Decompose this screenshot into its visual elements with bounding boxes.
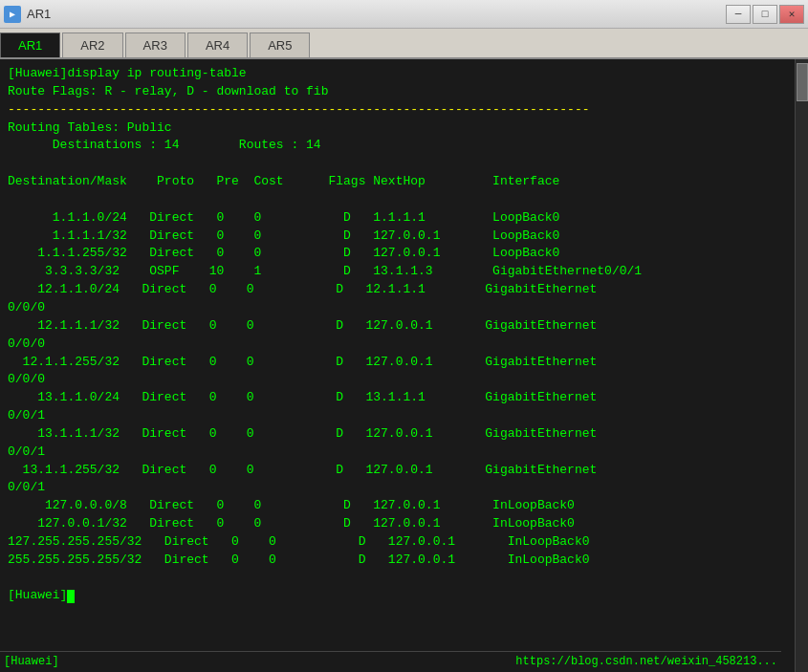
terminal-line-blank2 [8, 191, 787, 209]
terminal-wrapper: AR1 AR2 AR3 AR4 AR5 GE 0/0/0 GE 0/0/1 GE… [0, 59, 808, 672]
tab-ar2[interactable]: AR2 [62, 33, 122, 57]
terminal-line-r8b: 0/0/1 [8, 407, 787, 425]
tab-ar1[interactable]: AR1 [0, 33, 60, 57]
terminal-line-r2: 1.1.1.1/32 Direct 0 0 D 127.0.0.1 LoopBa… [8, 228, 787, 246]
terminal-line-r5: 12.1.1.0/24 Direct 0 0 D 12.1.1.1 Gigabi… [8, 281, 787, 299]
terminal-line-r14: 255.255.255.255/32 Direct 0 0 D 127.0.0.… [8, 552, 787, 570]
app-icon: ▶ [4, 6, 21, 23]
window-title: AR1 [27, 7, 51, 21]
terminal-line-r10: 13.1.1.255/32 Direct 0 0 D 127.0.0.1 Gig… [8, 462, 787, 480]
terminal-prompt: [Huawei] [8, 587, 67, 605]
terminal-line-1: [Huawei]display ip routing-table [8, 65, 787, 83]
terminal-line-r11: 127.0.0.0/8 Direct 0 0 D 127.0.0.1 InLoo… [8, 497, 787, 515]
close-button[interactable]: ✕ [779, 5, 804, 24]
terminal-line-r6: 12.1.1.1/32 Direct 0 0 D 127.0.0.1 Gigab… [8, 317, 787, 336]
status-prompt: [Huawei] [4, 654, 59, 670]
terminal-line-2: Route Flags: R - relay, D - download to … [8, 83, 787, 101]
tab-ar4[interactable]: AR4 [187, 33, 248, 57]
title-bar: ▶ AR1 ─ □ ✕ [0, 0, 808, 29]
terminal-line-r1: 1.1.1.0/24 Direct 0 0 D 1.1.1.1 LoopBack… [8, 209, 787, 228]
cursor [67, 590, 75, 603]
terminal-line-blank1 [8, 155, 787, 173]
terminal-prompt-line: [Huawei] [8, 587, 787, 605]
terminal-line-3: ----------------------------------------… [8, 101, 787, 119]
scrollbar[interactable] [795, 59, 808, 672]
title-bar-left: ▶ AR1 [4, 6, 51, 23]
maximize-button[interactable]: □ [753, 5, 777, 24]
terminal-line-r6b: 0/0/0 [8, 336, 787, 354]
tab-bar: AR1 AR2 AR3 AR4 AR5 [0, 29, 808, 59]
terminal-line-header: Destination/Mask Proto Pre Cost Flags Ne… [8, 173, 787, 191]
status-bar: [Huawei] https://blog.csdn.net/weixin_45… [0, 651, 781, 672]
scrollbar-thumb[interactable] [797, 63, 808, 101]
terminal-line-r13: 127.255.255.255/32 Direct 0 0 D 127.0.0.… [8, 533, 787, 552]
terminal-line-r9b: 0/0/1 [8, 444, 787, 462]
terminal-line-r7: 12.1.1.255/32 Direct 0 0 D 127.0.0.1 Gig… [8, 354, 787, 372]
tab-ar3[interactable]: AR3 [125, 33, 186, 57]
terminal-blank3 [8, 570, 787, 588]
minimize-button[interactable]: ─ [726, 5, 751, 24]
terminal-line-r4: 3.3.3.3/32 OSPF 10 1 D 13.1.1.3 GigabitE… [8, 263, 787, 281]
terminal-line-r8: 13.1.1.0/24 Direct 0 0 D 13.1.1.1 Gigabi… [8, 389, 787, 407]
terminal-line-4: Routing Tables: Public [8, 119, 787, 138]
terminal-content[interactable]: [Huawei]display ip routing-table Route F… [0, 59, 795, 672]
status-url: https://blog.csdn.net/weixin_458213... [515, 654, 777, 670]
terminal-line-r12: 127.0.0.1/32 Direct 0 0 D 127.0.0.1 InLo… [8, 515, 787, 533]
terminal-line-r5b: 0/0/0 [8, 299, 787, 317]
terminal-line-r9: 13.1.1.1/32 Direct 0 0 D 127.0.0.1 Gigab… [8, 425, 787, 444]
terminal-line-r3: 1.1.1.255/32 Direct 0 0 D 127.0.0.1 Loop… [8, 245, 787, 263]
terminal-line-r10b: 0/0/1 [8, 479, 787, 497]
terminal-line-5: Destinations : 14 Routes : 14 [8, 137, 787, 155]
terminal-line-r7b: 0/0/0 [8, 371, 787, 389]
title-bar-controls: ─ □ ✕ [726, 5, 804, 24]
tab-ar5[interactable]: AR5 [250, 33, 310, 57]
